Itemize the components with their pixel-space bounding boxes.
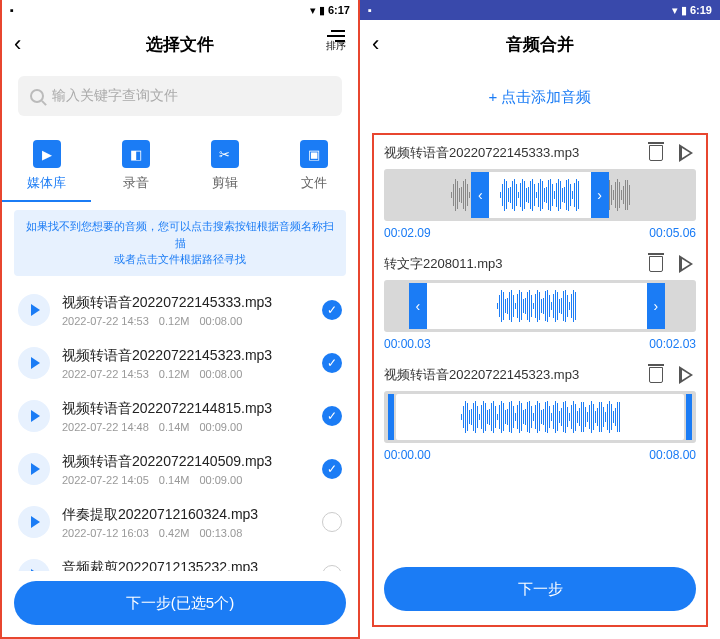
waveform[interactable]: ‹ › <box>384 169 696 221</box>
audio-clip: 视频转语音20220722145323.mp3 00:00.00 00:08.0… <box>384 365 696 462</box>
status-bar: ▪ ▾ ▮ 6:17 <box>2 0 358 20</box>
waveform[interactable] <box>384 391 696 443</box>
play-button[interactable] <box>18 294 50 326</box>
waveform[interactable]: ‹ › <box>384 280 696 332</box>
next-button[interactable]: 下一步 <box>384 567 696 611</box>
play-button[interactable] <box>676 254 696 274</box>
trim-handle-left[interactable]: ‹ <box>409 283 427 329</box>
trash-icon <box>649 256 663 272</box>
header: ‹ 选择文件 排序 <box>2 20 358 68</box>
tab-underline <box>2 200 91 202</box>
file-name: 视频转语音20220722145323.mp3 <box>62 347 310 365</box>
trim-handle-left[interactable] <box>388 394 394 440</box>
audio-clip: 转文字2208011.mp3 ‹ › 00:00.03 00:02.03 <box>384 254 696 351</box>
file-meta: 2022-07-22 14:530.12M00:08.00 <box>62 368 310 380</box>
file-name: 音频裁剪20220712135232.mp3 <box>62 559 310 572</box>
checkbox[interactable] <box>322 512 342 532</box>
file-list: 视频转语音20220722145333.mp3 2022-07-22 14:53… <box>2 284 358 572</box>
play-icon <box>679 366 693 384</box>
clip-name: 视频转语音20220722145333.mp3 <box>384 144 636 162</box>
file-meta: 2022-07-12 16:030.42M00:13.08 <box>62 527 310 539</box>
radio-icon: ◧ <box>122 140 150 168</box>
scissors-icon: ✂ <box>211 140 239 168</box>
file-meta: 2022-07-22 14:530.12M00:08.00 <box>62 315 310 327</box>
trim-handle-right[interactable]: › <box>647 283 665 329</box>
file-name: 伴奏提取20220712160324.mp3 <box>62 506 310 524</box>
play-icon <box>31 463 40 475</box>
clips-container: 视频转语音20220722145333.mp3 ‹ › 00:02.09 00:… <box>372 133 708 627</box>
play-icon <box>31 516 40 528</box>
search-icon <box>30 89 44 103</box>
file-meta: 2022-07-22 14:480.14M00:09.00 <box>62 421 310 433</box>
folder-icon: ▣ <box>300 140 328 168</box>
file-row[interactable]: 伴奏提取20220712160324.mp3 2022-07-12 16:030… <box>2 496 358 549</box>
start-time: 00:00.00 <box>384 448 431 462</box>
status-left: ▪ <box>368 4 372 16</box>
file-name: 视频转语音20220722140509.mp3 <box>62 453 310 471</box>
header: ‹ 音频合并 <box>360 20 720 68</box>
play-icon <box>31 304 40 316</box>
file-row[interactable]: 视频转语音20220722145333.mp3 2022-07-22 14:53… <box>2 284 358 337</box>
file-name: 视频转语音20220722144815.mp3 <box>62 400 310 418</box>
trash-icon <box>649 367 663 383</box>
add-audio-button[interactable]: + 点击添加音频 <box>360 68 720 127</box>
audio-clip: 视频转语音20220722145333.mp3 ‹ › 00:02.09 00:… <box>384 143 696 240</box>
trim-handle-right[interactable] <box>686 394 692 440</box>
tabs: ▶媒体库◧录音✂剪辑▣文件 <box>2 124 358 200</box>
end-time: 00:02.03 <box>649 337 696 351</box>
play-icon <box>31 569 40 571</box>
checkbox[interactable]: ✓ <box>322 300 342 320</box>
tab-folder[interactable]: ▣文件 <box>269 132 358 200</box>
play-button[interactable] <box>18 453 50 485</box>
checkbox[interactable] <box>322 565 342 571</box>
page-title: 选择文件 <box>146 33 214 56</box>
delete-button[interactable] <box>646 143 666 163</box>
checkbox[interactable]: ✓ <box>322 459 342 479</box>
status-right: ▾ ▮ 6:17 <box>310 4 350 17</box>
start-time: 00:02.09 <box>384 226 431 240</box>
play-button[interactable] <box>18 400 50 432</box>
start-time: 00:00.03 <box>384 337 431 351</box>
file-row[interactable]: 音频裁剪20220712135232.mp3 2022-07-12 13:520… <box>2 549 358 572</box>
end-time: 00:05.06 <box>649 226 696 240</box>
status-right: ▾ ▮ 6:19 <box>672 4 712 17</box>
file-row[interactable]: 视频转语音20220722144815.mp3 2022-07-22 14:48… <box>2 390 358 443</box>
file-meta: 2022-07-22 14:050.14M00:09.00 <box>62 474 310 486</box>
trash-icon <box>649 145 663 161</box>
play-button[interactable] <box>18 347 50 379</box>
back-button[interactable]: ‹ <box>14 31 21 57</box>
file-row[interactable]: 视频转语音20220722145323.mp3 2022-07-22 14:53… <box>2 337 358 390</box>
clip-name: 转文字2208011.mp3 <box>384 255 636 273</box>
status-left: ▪ <box>10 4 14 16</box>
play-icon <box>31 410 40 422</box>
next-button[interactable]: 下一步(已选5个) <box>14 581 346 625</box>
play-icon <box>31 357 40 369</box>
end-time: 00:08.00 <box>649 448 696 462</box>
checkbox[interactable]: ✓ <box>322 353 342 373</box>
clip-name: 视频转语音20220722145323.mp3 <box>384 366 636 384</box>
file-name: 视频转语音20220722145333.mp3 <box>62 294 310 312</box>
tab-scissors[interactable]: ✂剪辑 <box>180 132 269 200</box>
back-button[interactable]: ‹ <box>372 31 379 57</box>
play-button[interactable] <box>676 365 696 385</box>
play-icon: ▶ <box>33 140 61 168</box>
status-bar: ▪ ▾ ▮ 6:19 <box>360 0 720 20</box>
tab-play[interactable]: ▶媒体库 <box>2 132 91 200</box>
delete-button[interactable] <box>646 365 666 385</box>
file-row[interactable]: 视频转语音20220722140509.mp3 2022-07-22 14:05… <box>2 443 358 496</box>
sort-button[interactable]: 排序 <box>326 35 346 53</box>
play-button[interactable] <box>18 559 50 571</box>
hint-text: 如果找不到您想要的音频，您可以点击搜索按钮根据音频名称扫描 或者点击文件根据路径… <box>14 210 346 276</box>
play-icon <box>679 255 693 273</box>
search-input[interactable]: 输入关键字查询文件 <box>18 76 342 116</box>
merge-audio-screen: ▪ ▾ ▮ 6:19 ‹ 音频合并 + 点击添加音频 视频转语音20220722… <box>360 0 720 639</box>
play-button[interactable] <box>18 506 50 538</box>
delete-button[interactable] <box>646 254 666 274</box>
select-file-screen: ▪ ▾ ▮ 6:17 ‹ 选择文件 排序 输入关键字查询文件 ▶媒体库◧录音✂剪… <box>0 0 360 639</box>
page-title: 音频合并 <box>506 33 574 56</box>
checkbox[interactable]: ✓ <box>322 406 342 426</box>
trim-handle-right[interactable]: › <box>591 172 609 218</box>
trim-handle-left[interactable]: ‹ <box>471 172 489 218</box>
tab-radio[interactable]: ◧录音 <box>91 132 180 200</box>
play-button[interactable] <box>676 143 696 163</box>
